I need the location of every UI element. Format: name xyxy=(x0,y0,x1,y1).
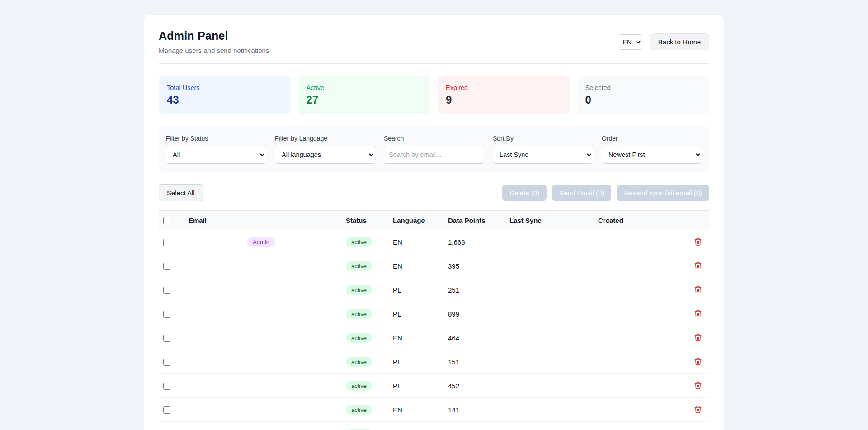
last-sync-cell xyxy=(505,254,594,278)
created-cell xyxy=(594,278,684,302)
delete-row-button[interactable] xyxy=(693,356,703,367)
header-divider xyxy=(159,63,709,64)
row-checkbox[interactable] xyxy=(163,263,170,270)
data-points-cell: 151 xyxy=(443,350,505,374)
delete-row-button[interactable] xyxy=(693,236,703,247)
created-cell xyxy=(594,374,684,398)
actions-row: Select All Delete (0) Send Email (0) Res… xyxy=(159,184,709,201)
stat-value: 9 xyxy=(446,94,562,106)
row-checkbox[interactable] xyxy=(163,311,170,318)
search-input[interactable] xyxy=(384,146,484,164)
created-cell xyxy=(594,326,684,350)
table-row: active PL 105 xyxy=(159,422,709,430)
table-header-row: Email Status Language Data Points Last S… xyxy=(159,211,709,230)
last-sync-cell xyxy=(505,398,594,422)
row-checkbox[interactable] xyxy=(163,287,170,294)
filter-group-search: Search xyxy=(384,135,484,164)
language-filter-select[interactable]: All languages xyxy=(275,146,375,164)
row-checkbox[interactable] xyxy=(163,335,170,342)
last-sync-cell xyxy=(505,326,594,350)
filter-sort-label: Sort By xyxy=(493,135,593,142)
users-table: Email Status Language Data Points Last S… xyxy=(159,210,709,430)
status-badge: active xyxy=(346,405,372,415)
trash-icon xyxy=(694,333,702,342)
table-row: active PL 452 xyxy=(159,374,709,398)
table-row: active EN 395 xyxy=(159,254,709,278)
created-cell xyxy=(594,398,684,422)
column-header-data-points: Data Points xyxy=(443,211,505,230)
send-email-button[interactable]: Send Email (0) xyxy=(552,185,611,201)
delete-row-button[interactable] xyxy=(693,332,703,343)
delete-row-button[interactable] xyxy=(693,428,703,430)
trash-icon xyxy=(694,237,702,246)
page-title: Admin Panel xyxy=(159,29,269,43)
last-sync-cell xyxy=(505,230,594,254)
header-controls: EN Back to Home xyxy=(618,33,709,50)
delete-selected-button[interactable]: Delete (0) xyxy=(502,185,547,201)
sort-by-select[interactable]: Last Sync xyxy=(493,146,593,164)
row-checkbox[interactable] xyxy=(163,383,170,390)
row-checkbox[interactable] xyxy=(163,406,170,414)
data-points-cell: 395 xyxy=(443,254,505,278)
status-badge: active xyxy=(346,309,372,319)
stat-card-total-users: Total Users 43 xyxy=(159,76,291,114)
delete-row-button[interactable] xyxy=(693,380,703,391)
column-header-last-sync: Last Sync xyxy=(505,211,594,230)
table-row: active PL 899 xyxy=(159,302,709,326)
row-checkbox[interactable] xyxy=(163,359,170,366)
trash-icon xyxy=(694,309,702,318)
language-cell: EN xyxy=(388,254,443,278)
data-points-cell: 464 xyxy=(443,326,505,350)
status-badge: active xyxy=(346,285,372,295)
select-all-checkbox[interactable] xyxy=(163,217,170,224)
filter-language-label: Filter by Language xyxy=(275,135,375,142)
language-cell: PL xyxy=(388,302,443,326)
stat-value: 43 xyxy=(167,94,283,106)
table-row: active PL 151 xyxy=(159,350,709,374)
select-all-button[interactable]: Select All xyxy=(159,184,203,201)
resend-sync-fail-button[interactable]: Resend sync fail email (0) xyxy=(617,185,709,201)
title-block: Admin Panel Manage users and send notifi… xyxy=(159,29,269,54)
delete-row-button[interactable] xyxy=(693,260,703,271)
trash-icon xyxy=(694,357,702,366)
trash-icon xyxy=(694,261,702,270)
stat-value: 27 xyxy=(307,94,423,106)
back-to-home-button[interactable]: Back to Home xyxy=(650,33,709,50)
column-header-email: Email xyxy=(184,211,341,230)
stat-card-expired: Expired 9 xyxy=(438,76,570,114)
status-badge: active xyxy=(346,357,372,367)
data-points-cell: 141 xyxy=(443,398,505,422)
status-badge: active xyxy=(346,429,372,430)
filter-group-language: Filter by Language All languages xyxy=(275,135,375,164)
data-points-cell: 1,668 xyxy=(443,230,505,254)
table-row: active EN 141 xyxy=(159,398,709,422)
column-header-actions xyxy=(684,211,709,230)
stat-card-selected: Selected 0 xyxy=(577,76,710,114)
admin-panel-card: Admin Panel Manage users and send notifi… xyxy=(144,15,724,430)
trash-icon xyxy=(694,381,702,390)
order-select[interactable]: Newest First xyxy=(602,146,702,164)
page-subtitle: Manage users and send notifications xyxy=(159,47,269,54)
filter-order-label: Order xyxy=(602,135,702,142)
table-row: active PL 251 xyxy=(159,278,709,302)
table-row: active EN 464 xyxy=(159,326,709,350)
row-checkbox[interactable] xyxy=(163,239,170,246)
status-filter-select[interactable]: All xyxy=(166,146,266,164)
data-points-cell: 452 xyxy=(443,374,505,398)
filter-group-sort: Sort By Last Sync xyxy=(493,135,593,164)
language-select[interactable]: EN xyxy=(618,34,642,50)
created-cell xyxy=(594,254,684,278)
column-header-language: Language xyxy=(388,211,443,230)
data-points-cell: 251 xyxy=(443,278,505,302)
language-cell: PL xyxy=(388,374,443,398)
last-sync-cell xyxy=(505,278,594,302)
delete-row-button[interactable] xyxy=(693,284,703,295)
filter-group-status: Filter by Status All xyxy=(166,135,266,164)
stat-label: Expired xyxy=(446,84,562,91)
delete-row-button[interactable] xyxy=(693,308,703,319)
delete-row-button[interactable] xyxy=(693,404,703,415)
created-cell xyxy=(594,230,684,254)
stat-label: Total Users xyxy=(167,84,283,91)
stat-label: Selected xyxy=(585,84,702,91)
language-cell: PL xyxy=(388,422,443,430)
